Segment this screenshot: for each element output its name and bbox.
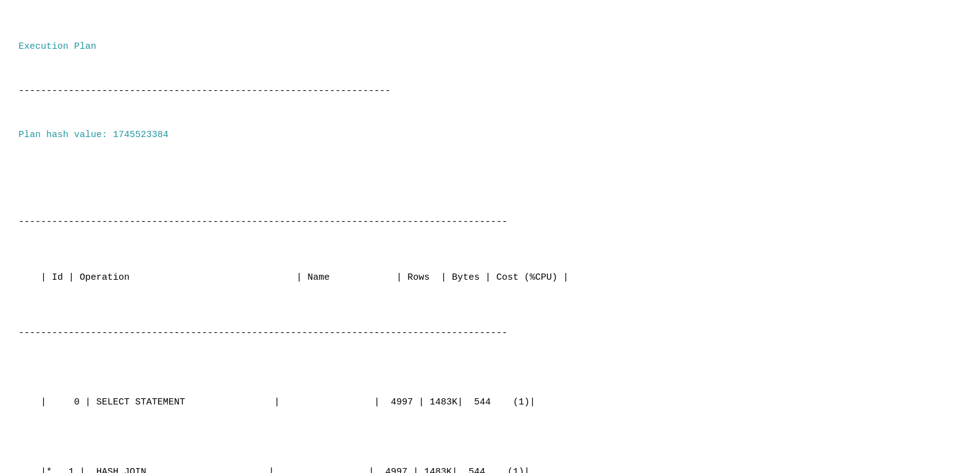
plan-table-header: | Id | Operation | Name | Rows | Bytes |… <box>19 257 961 299</box>
row-1-rows: 4997 <box>380 467 407 474</box>
row-0-cost: 544 <box>468 397 491 408</box>
row-0-id: 0 <box>57 397 80 408</box>
execution-plan-title: Execution Plan <box>19 40 961 54</box>
row-0-cpu: (1) <box>513 397 529 408</box>
row-1-id: 1 <box>57 467 74 474</box>
header-rows: Rows <box>407 272 430 283</box>
table-divider-top: ----------------------------------------… <box>19 216 961 230</box>
execution-plan-container: Execution Plan -------------------------… <box>19 12 961 473</box>
header-name: Name <box>307 272 330 283</box>
header-id: Id <box>52 272 63 283</box>
header-id-col: | <box>41 272 52 283</box>
row-1-operation: HASH JOIN <box>96 467 263 474</box>
table-row: |* 1 | HASH JOIN | | 4997 | 1483K| 544 (… <box>19 451 961 473</box>
row-0-operation: SELECT STATEMENT <box>96 397 268 408</box>
row-1-cpu: (1) <box>507 467 524 474</box>
table-row: | 0 | SELECT STATEMENT | | 4997 | 1483K|… <box>19 382 961 424</box>
row-0-bytes: 1483K <box>430 397 457 408</box>
short-divider: ----------------------------------------… <box>19 85 961 99</box>
header-operation: Operation <box>80 272 130 283</box>
header-cost: Cost (%CPU) <box>496 272 557 283</box>
table-divider-header-bottom: ----------------------------------------… <box>19 327 961 341</box>
row-1-bytes: 1483K <box>424 467 452 474</box>
header-bytes: Bytes <box>452 272 480 283</box>
row-0-rows: 4997 <box>385 397 413 408</box>
row-1-cost: 544 <box>463 467 485 474</box>
plan-hash-line: Plan hash value: 1745523384 <box>19 128 961 143</box>
